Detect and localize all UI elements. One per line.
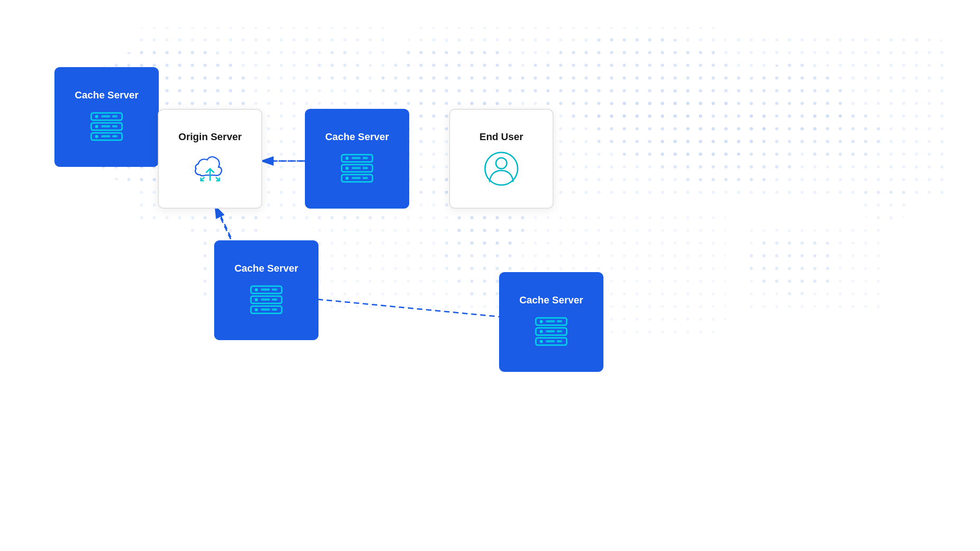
svg-rect-81 [557,320,562,322]
cache-server-br-label: Cache Server [519,294,583,307]
svg-rect-68 [261,288,270,291]
svg-point-9 [740,63,848,136]
svg-point-83 [540,330,543,333]
svg-rect-85 [557,330,562,332]
svg-rect-62 [352,177,361,179]
svg-rect-77 [272,308,277,311]
svg-point-15 [749,231,839,295]
svg-point-6 [526,36,744,127]
svg-rect-84 [546,330,555,332]
svg-rect-44 [112,125,118,127]
svg-point-57 [346,167,349,170]
svg-point-87 [540,340,543,343]
svg-rect-22 [726,36,944,200]
cache-server-bottom-right: Cache Server [499,272,603,372]
cache-server-bottom-left: Cache Server [214,240,318,340]
cache-server-bl-label: Cache Server [235,262,299,275]
svg-rect-43 [101,125,110,127]
svg-rect-59 [363,167,368,169]
svg-rect-89 [557,340,562,342]
svg-rect-39 [101,115,110,117]
cache-server-br-icon [533,314,569,350]
cache-server-bl-icon [248,282,284,318]
origin-server: Origin Server [158,109,262,209]
cache-server-center: Cache Server [305,109,409,209]
svg-rect-72 [261,298,270,301]
svg-rect-25 [749,227,885,317]
cache-server-center-label: Cache Server [325,131,389,144]
svg-rect-73 [272,298,277,301]
svg-rect-63 [363,177,368,179]
origin-server-icon [192,151,228,187]
svg-point-46 [95,135,98,138]
svg-rect-88 [546,340,555,342]
svg-point-71 [255,298,258,302]
svg-rect-55 [363,157,368,159]
end-user-label: End User [480,131,524,144]
svg-point-61 [346,177,349,180]
svg-rect-40 [112,115,118,117]
svg-point-65 [496,158,507,169]
cache-server-top-left: Cache Server [54,67,159,167]
svg-rect-47 [101,135,110,137]
svg-point-7 [590,91,771,163]
svg-point-67 [255,288,258,292]
svg-rect-80 [546,320,555,322]
svg-rect-76 [261,308,270,311]
svg-point-16 [313,50,368,86]
origin-server-label: Origin Server [178,131,241,144]
svg-point-53 [346,157,349,160]
svg-rect-54 [352,157,361,159]
cache-server-center-icon [339,151,375,187]
svg-point-75 [255,308,258,312]
end-user: End User [449,109,554,209]
svg-point-79 [540,320,543,323]
svg-rect-58 [352,167,361,169]
svg-point-42 [95,125,98,128]
end-user-icon [483,151,519,187]
cache-server-tl-label: Cache Server [75,89,139,102]
cache-server-tl-icon [88,109,125,145]
svg-point-8 [653,122,799,186]
svg-point-10 [794,109,885,163]
svg-point-18 [858,186,912,222]
diagram-container: Cache Server Origin [0,0,980,551]
svg-rect-69 [272,288,277,291]
svg-point-38 [95,115,98,118]
svg-rect-48 [112,135,118,137]
